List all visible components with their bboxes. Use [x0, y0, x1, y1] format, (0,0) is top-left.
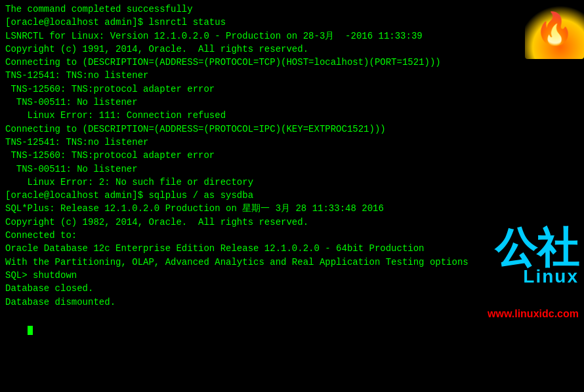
terminal-line: TNS-12541: TNS:no listener	[5, 69, 579, 82]
terminal-line: TNS-12560: TNS:protocol adapter error	[5, 83, 579, 96]
terminal-line: Oracle Database 12c Enterprise Edition R…	[5, 242, 579, 255]
terminal-line: [oracle@localhost admin]$ sqlplus / as s…	[5, 189, 579, 202]
terminal-line: The command completed successfully	[5, 3, 579, 16]
terminal-line: Database closed.	[5, 282, 579, 295]
terminal-line: Copyright (c) 1991, 2014, Oracle. All ri…	[5, 43, 579, 56]
terminal-line: SQL> shutdown	[5, 269, 579, 282]
terminal-line: Linux Error: 2: No such file or director…	[5, 176, 579, 189]
terminal-line: With the Partitioning, OLAP, Advanced An…	[5, 256, 579, 269]
terminal-line: Linux Error: 111: Connection refused	[5, 109, 579, 122]
terminal-line: Connecting to (DESCRIPTION=(ADDRESS=(PRO…	[5, 123, 579, 136]
terminal-window: The command completed successfully[oracl…	[0, 0, 584, 392]
cursor-line	[5, 309, 579, 349]
terminal-line: TNS-12560: TNS:protocol adapter error	[5, 149, 579, 162]
terminal-line: Database dismounted.	[5, 296, 579, 309]
terminal-line: Connected to:	[5, 229, 579, 242]
terminal-line: Copyright (c) 1982, 2014, Oracle. All ri…	[5, 216, 579, 229]
terminal-line: Connecting to (DESCRIPTION=(ADDRESS=(PRO…	[5, 56, 579, 69]
terminal-content: The command completed successfully[oracl…	[5, 3, 579, 309]
terminal-line: TNS-00511: No listener	[5, 163, 579, 176]
terminal-line: TNS-12541: TNS:no listener	[5, 136, 579, 149]
terminal-line: LSNRCTL for Linux: Version 12.1.0.2.0 - …	[5, 29, 579, 43]
terminal-line: TNS-00511: No listener	[5, 96, 579, 109]
terminal-line: [oracle@localhost admin]$ lsnrctl status	[5, 16, 579, 29]
terminal-line: SQL*Plus: Release 12.1.0.2.0 Production …	[5, 202, 579, 215]
terminal-cursor	[28, 326, 33, 335]
